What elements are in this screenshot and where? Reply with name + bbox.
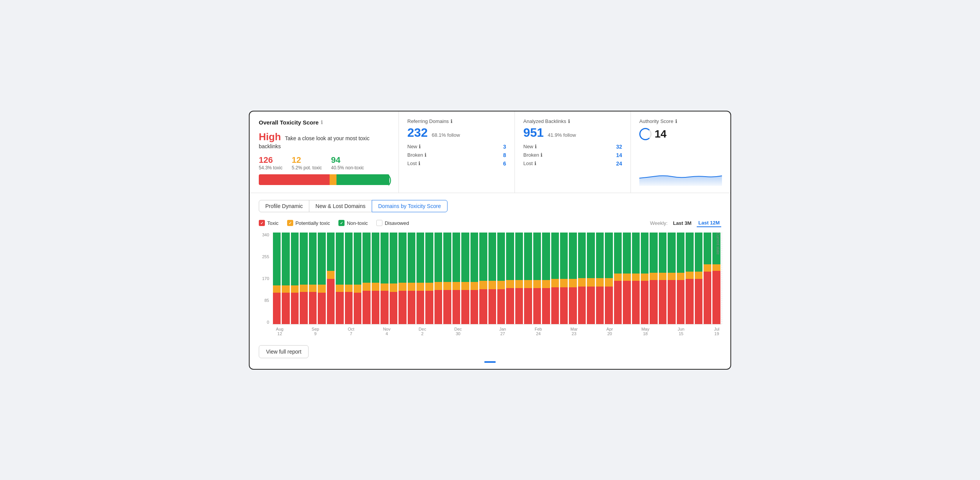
x-label bbox=[507, 327, 516, 336]
authority-circle-icon bbox=[639, 128, 652, 140]
referring-domains-main: 232 bbox=[407, 126, 428, 139]
indicator-dot bbox=[484, 361, 496, 363]
tab-profile-dynamic[interactable]: Profile Dynamic bbox=[259, 200, 309, 212]
backlinks-lost-val: 24 bbox=[616, 161, 622, 167]
referring-broken-info[interactable]: ℹ bbox=[425, 152, 426, 158]
tab-domains-toxicity[interactable]: Domains by Toxicity Score bbox=[372, 200, 448, 212]
bar-group bbox=[623, 233, 630, 324]
referring-domains-info-icon[interactable]: ℹ bbox=[451, 118, 452, 124]
sparkline-svg bbox=[639, 167, 722, 186]
x-label bbox=[409, 327, 418, 336]
bar-group bbox=[390, 233, 397, 324]
x-label bbox=[400, 327, 409, 336]
y-label-0: 0 bbox=[267, 320, 269, 324]
current-state-label: Current state bbox=[716, 233, 722, 324]
x-label bbox=[552, 327, 560, 336]
x-label: Apr 20 bbox=[605, 327, 614, 336]
backlinks-new-val: 32 bbox=[616, 144, 622, 150]
bar-group bbox=[408, 233, 415, 324]
referring-new-info[interactable]: ℹ bbox=[419, 144, 421, 149]
bar-group bbox=[551, 233, 559, 324]
authority-score-title: Authority Score ℹ bbox=[639, 118, 722, 124]
analyzed-backlinks-main-row: 951 41.9% follow bbox=[523, 126, 622, 140]
bar-group bbox=[560, 233, 568, 324]
x-label bbox=[338, 327, 346, 336]
backlinks-lost-info[interactable]: ℹ bbox=[534, 161, 536, 166]
analyzed-backlinks-panel: Analyzed Backlinks ℹ 951 41.9% follow Ne… bbox=[515, 111, 631, 193]
legend-disavowed: Disavowed bbox=[376, 220, 409, 226]
backlinks-new-label: New ℹ bbox=[523, 144, 537, 149]
bar-group bbox=[300, 233, 307, 324]
bar-group bbox=[650, 233, 657, 324]
x-label: Dec 2 bbox=[418, 327, 427, 336]
pot-toxic-pct: 5.2% pot. toxic bbox=[292, 165, 322, 170]
y-label-340: 340 bbox=[262, 233, 269, 237]
bar-group bbox=[354, 233, 361, 324]
view-full-report-button[interactable]: View full report bbox=[259, 345, 309, 358]
backlinks-broken-info[interactable]: ℹ bbox=[541, 152, 542, 158]
x-label bbox=[650, 327, 658, 336]
x-label bbox=[284, 327, 293, 336]
referring-domains-panel: Referring Domains ℹ 232 68.1% follow New… bbox=[399, 111, 515, 193]
referring-lost-info[interactable]: ℹ bbox=[418, 161, 420, 166]
bar-group bbox=[416, 233, 424, 324]
x-label bbox=[373, 327, 382, 336]
bar-group bbox=[461, 233, 469, 324]
bar-group bbox=[524, 233, 532, 324]
referring-domains-title: Referring Domains ℹ bbox=[407, 118, 506, 124]
tab-new-lost-domains[interactable]: New & Lost Domains bbox=[309, 200, 372, 212]
legend-toxic: ✓ Toxic bbox=[259, 220, 279, 226]
referring-broken-row: Broken ℹ 8 bbox=[407, 152, 506, 158]
referring-lost-label: Lost ℹ bbox=[407, 161, 420, 166]
time-btn-3m[interactable]: Last 3M bbox=[671, 220, 693, 227]
bar-group bbox=[372, 233, 379, 324]
referring-domains-rows: New ℹ 3 Broken ℹ 8 Lost bbox=[407, 144, 506, 167]
x-label bbox=[480, 327, 489, 336]
referring-new-row: New ℹ 3 bbox=[407, 144, 506, 150]
referring-broken-val: 8 bbox=[503, 152, 506, 158]
bar-group bbox=[479, 233, 487, 324]
severity-label: High bbox=[259, 131, 281, 143]
authority-score-info-icon[interactable]: ℹ bbox=[675, 118, 677, 124]
progress-non-toxic bbox=[336, 174, 389, 185]
y-label-255: 255 bbox=[262, 254, 269, 259]
legend-pot-toxic-label: Potentially toxic bbox=[296, 220, 330, 226]
x-label bbox=[587, 327, 596, 336]
backlinks-broken-val: 14 bbox=[616, 152, 622, 158]
time-btn-12m[interactable]: Last 12M bbox=[697, 219, 721, 227]
legend-pot-toxic: ✓ Potentially toxic bbox=[287, 220, 330, 226]
toxicity-title-text: Overall Toxicity Score bbox=[259, 119, 318, 126]
bar-group bbox=[695, 233, 702, 324]
legend-toxic-check[interactable]: ✓ bbox=[259, 220, 265, 226]
x-label bbox=[659, 327, 668, 336]
x-label bbox=[668, 327, 676, 336]
bar-group bbox=[596, 233, 604, 324]
bar-group bbox=[506, 233, 514, 324]
backlinks-new-info[interactable]: ℹ bbox=[535, 144, 537, 149]
x-label: May 18 bbox=[641, 327, 650, 336]
x-label: Aug 12 bbox=[275, 327, 284, 336]
legend-pot-toxic-check[interactable]: ✓ bbox=[287, 220, 293, 226]
toxicity-progress-bar bbox=[259, 174, 389, 185]
time-label: Weekly: bbox=[650, 220, 668, 226]
bar-group bbox=[318, 233, 325, 324]
toxicity-info-icon[interactable]: ℹ bbox=[321, 120, 323, 125]
legend-non-toxic-check[interactable]: ✓ bbox=[338, 220, 345, 226]
chart-area: 340 255 170 85 0 Current state bbox=[259, 233, 721, 324]
authority-score-value: 14 bbox=[655, 128, 666, 140]
legend-non-toxic-label: Non-toxic bbox=[347, 220, 368, 226]
toxicity-title: Overall Toxicity Score ℹ bbox=[259, 119, 389, 126]
x-label bbox=[614, 327, 623, 336]
x-label bbox=[436, 327, 444, 336]
bar-group bbox=[704, 233, 711, 324]
legend-disavowed-check[interactable] bbox=[376, 220, 382, 226]
bar-group bbox=[336, 233, 343, 324]
bottom-section: Profile Dynamic New & Lost Domains Domai… bbox=[250, 193, 730, 369]
x-label bbox=[578, 327, 587, 336]
x-label bbox=[302, 327, 311, 336]
x-label bbox=[445, 327, 454, 336]
x-label bbox=[364, 327, 373, 336]
analyzed-backlinks-info-icon[interactable]: ℹ bbox=[568, 118, 570, 124]
x-label bbox=[694, 327, 703, 336]
high-row: High Take a close look at your most toxi… bbox=[259, 131, 389, 150]
